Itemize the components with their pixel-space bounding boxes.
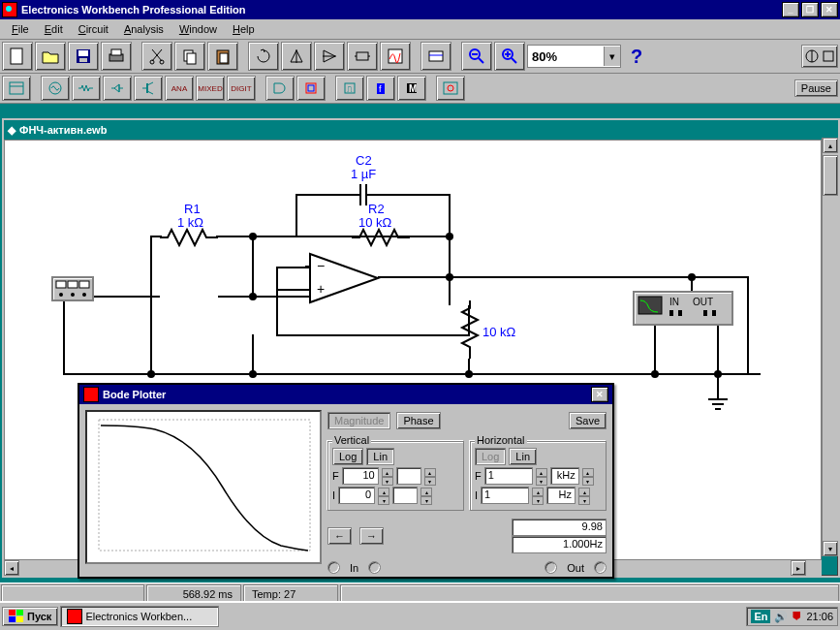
bin-misc[interactable]: M [397, 76, 426, 101]
zoom-out-button[interactable] [461, 42, 492, 71]
menu-help[interactable]: Help [225, 21, 263, 37]
zoom-select[interactable]: ▾ [527, 45, 621, 68]
v-log-button[interactable]: Log [332, 448, 363, 465]
bode-plot[interactable] [85, 410, 322, 564]
resistor-r3[interactable] [458, 300, 482, 359]
bin-instruments[interactable] [436, 76, 465, 101]
component-properties-button[interactable] [420, 42, 451, 71]
bin-indicators[interactable]: ⎍ [335, 76, 364, 101]
v-f-field[interactable]: 10 [342, 467, 379, 485]
save-button[interactable] [68, 42, 99, 71]
bin-transistors[interactable] [134, 76, 163, 101]
analysis-graph-button[interactable] [380, 42, 411, 71]
h-lin-button[interactable]: Lin [509, 448, 537, 465]
bin-logic-gates[interactable] [265, 76, 295, 101]
bode-close-button[interactable]: ✕ [591, 387, 608, 402]
h-f-spinner[interactable]: ▴▾ [536, 468, 547, 484]
open-button[interactable] [35, 42, 66, 71]
capacitor-c2[interactable] [352, 184, 375, 205]
vertical-scrollbar[interactable]: ▴ ▾ [822, 138, 838, 556]
h-log-button[interactable]: Log [475, 448, 506, 465]
out-minus-radio[interactable] [594, 561, 607, 574]
cursor-left-button[interactable]: ← [327, 527, 352, 545]
save-button[interactable]: Save [569, 412, 607, 429]
scroll-up-icon[interactable]: ▴ [823, 138, 838, 153]
print-button[interactable] [101, 42, 132, 71]
close-button[interactable]: ✕ [821, 2, 838, 17]
bin-controls[interactable]: f [366, 76, 395, 101]
menu-edit[interactable]: Edit [37, 21, 71, 37]
cursor-right-button[interactable]: → [359, 527, 384, 545]
bin-analog-ics[interactable]: ANA [165, 76, 194, 101]
out-plus-radio[interactable] [544, 561, 557, 574]
v-f-unit-spinner[interactable]: ▴▾ [424, 468, 436, 484]
h-i-unit-spinner[interactable]: ▴▾ [578, 488, 590, 503]
function-generator[interactable] [51, 276, 94, 301]
zoom-input[interactable] [528, 48, 604, 65]
language-indicator[interactable]: En [751, 610, 770, 623]
bin-basic[interactable] [72, 76, 101, 101]
clock[interactable]: 21:06 [806, 611, 833, 622]
flip-v-button[interactable] [314, 42, 345, 71]
h-f-unit-spinner[interactable]: ▴▾ [582, 468, 594, 484]
bode-titlebar[interactable]: Bode Plotter ✕ [79, 385, 612, 404]
bin-digital[interactable] [296, 76, 326, 101]
bin-favorites[interactable] [2, 76, 31, 101]
subcircuit-button[interactable] [347, 42, 378, 71]
new-button[interactable] [2, 42, 33, 71]
svg-rect-11 [220, 53, 228, 63]
rotate-button[interactable] [248, 42, 279, 71]
simulate-switch[interactable] [801, 45, 838, 68]
flip-h-button[interactable] [281, 42, 312, 71]
scroll-down-icon[interactable]: ▾ [823, 541, 838, 556]
bin-sources[interactable] [41, 76, 70, 101]
v-i-spinner[interactable]: ▴▾ [378, 488, 389, 503]
zoom-dropdown-icon[interactable]: ▾ [604, 47, 620, 66]
h-f-field[interactable]: 1 [484, 467, 533, 485]
taskbar-app-label: Electronics Workben... [85, 611, 192, 622]
volume-icon[interactable]: 🔊 [774, 611, 788, 623]
bin-digital-ics[interactable]: DIGIT [227, 76, 256, 101]
magnitude-button[interactable]: Magnitude [327, 412, 390, 429]
zoom-in-button[interactable] [494, 42, 525, 71]
h-f-unit[interactable]: kHz [550, 467, 579, 485]
wire [449, 276, 749, 278]
scroll-left-icon[interactable]: ◂ [4, 560, 19, 576]
menu-file[interactable]: FFileile [4, 21, 37, 37]
v-i-field[interactable]: 0 [338, 487, 375, 504]
h-i-spinner[interactable]: ▴▾ [532, 488, 544, 503]
copy-button[interactable] [174, 42, 205, 71]
paste-button[interactable] [207, 42, 238, 71]
menu-circuit[interactable]: Circuit [71, 21, 116, 37]
v-lin-button[interactable]: Lin [366, 448, 394, 465]
opamp[interactable]: − + [305, 249, 383, 307]
menu-window[interactable]: Window [171, 21, 225, 37]
bode-instrument[interactable]: IN OUT [633, 291, 733, 326]
help-button[interactable]: ? [623, 43, 650, 70]
start-button[interactable]: Пуск [2, 607, 58, 626]
taskbar-app-button[interactable]: Electronics Workben... [60, 606, 219, 627]
scroll-right-icon[interactable]: ▸ [791, 560, 806, 576]
bin-mixed-ics[interactable]: MIXED [196, 76, 225, 101]
phase-button[interactable]: Phase [396, 412, 440, 429]
pause-button[interactable]: Pause [794, 79, 838, 97]
menu-analysis[interactable]: Analysis [116, 21, 171, 37]
ground-symbol[interactable] [706, 395, 730, 413]
minimize-button[interactable]: _ [782, 2, 799, 17]
v-f-spinner[interactable]: ▴▾ [382, 468, 393, 484]
v-i-unit[interactable] [392, 487, 418, 504]
readout-freq: 1.000Hz [512, 536, 607, 553]
h-i-unit[interactable]: Hz [546, 487, 576, 504]
v-i-unit-spinner[interactable]: ▴▾ [420, 488, 432, 503]
shield-icon[interactable]: ⛊ [792, 611, 802, 622]
maximize-button[interactable]: ❐ [801, 2, 819, 17]
v-f-label: F [332, 470, 339, 482]
in-plus-radio[interactable] [327, 561, 340, 574]
scroll-thumb[interactable] [823, 155, 838, 196]
h-i-field[interactable]: 1 [481, 487, 529, 504]
bin-diodes[interactable] [103, 76, 132, 101]
in-minus-radio[interactable] [368, 561, 381, 574]
v-f-unit[interactable] [396, 467, 421, 485]
cut-button[interactable] [141, 42, 172, 71]
wire [276, 334, 470, 336]
